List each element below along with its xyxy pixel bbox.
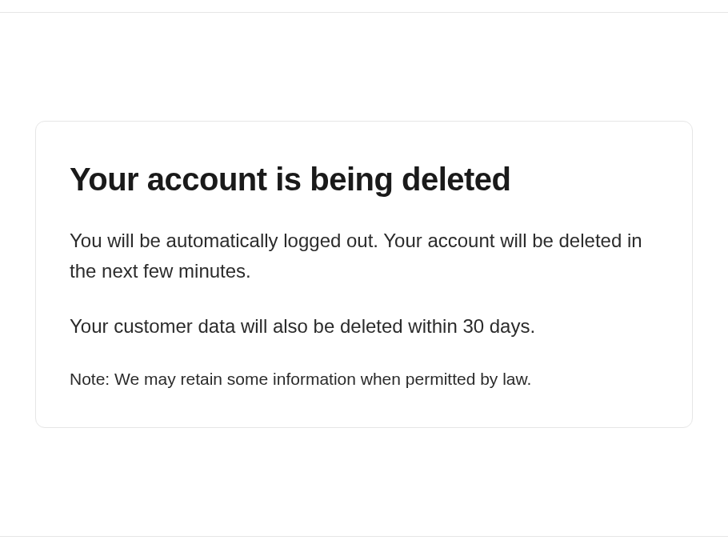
logout-message: You will be automatically logged out. Yo… — [70, 226, 658, 285]
card-title: Your account is being deleted — [70, 160, 658, 198]
retention-note: Note: We may retain some information whe… — [70, 366, 658, 392]
data-deletion-message: Your customer data will also be deleted … — [70, 311, 658, 341]
deletion-notice-card: Your account is being deleted You will b… — [35, 121, 693, 427]
content-region: Your account is being deleted You will b… — [0, 12, 728, 537]
